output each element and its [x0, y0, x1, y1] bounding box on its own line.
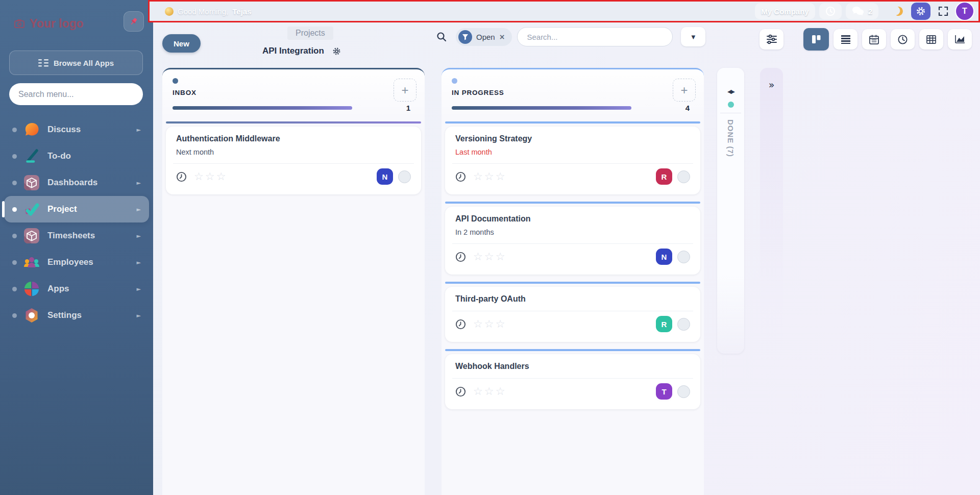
card-accent-bar — [445, 282, 700, 284]
filter-remove-icon[interactable]: × — [499, 33, 505, 41]
card-title: Webhook Handlers — [455, 362, 690, 371]
kanban-card[interactable]: Versioning Strategy Last month ☆☆☆ R — [445, 121, 700, 194]
bullet-dot — [12, 234, 17, 238]
star-icon[interactable]: ☆ — [205, 170, 215, 183]
messages-button[interactable]: 2 — [846, 3, 878, 19]
star-icon[interactable]: ☆ — [496, 318, 505, 330]
activity-clock-icon[interactable] — [455, 171, 466, 182]
kanban-column-inbox: INBOX + 1 Authentication Middleware Next… — [162, 68, 425, 495]
star-icon[interactable]: ☆ — [484, 170, 494, 183]
kanban-column-done-collapsed[interactable]: ◀▶ DONE (7) — [717, 68, 744, 354]
sidebar-item-todo[interactable]: To-do — [4, 143, 149, 169]
bullet-dot — [12, 181, 17, 185]
card-accent-bar — [445, 121, 700, 123]
pin-sidebar-button[interactable] — [124, 11, 144, 32]
user-avatar[interactable]: T — [956, 3, 973, 20]
star-icon[interactable]: ☆ — [473, 318, 483, 330]
fullscreen-button[interactable] — [935, 3, 952, 20]
assignee-avatar[interactable]: R — [656, 316, 672, 332]
activity-clock-icon[interactable] — [455, 252, 466, 262]
collapsed-side-panel[interactable]: » — [760, 68, 783, 374]
column-name: IN PROGRESS — [452, 89, 694, 96]
column-progress-bar[interactable] — [452, 106, 631, 110]
star-icon[interactable]: ☆ — [194, 170, 204, 183]
card-accent-bar — [445, 349, 700, 351]
kanban-state-circle[interactable] — [677, 318, 690, 331]
messages-count-badge: 2 — [868, 7, 872, 16]
svg-text:!: ! — [30, 179, 31, 183]
bullet-dot — [12, 260, 17, 265]
fullscreen-icon — [938, 6, 948, 16]
star-icon[interactable]: ☆ — [473, 251, 483, 263]
sliders-icon[interactable] — [760, 29, 783, 50]
kanban-state-circle[interactable] — [677, 385, 690, 398]
kanban-card[interactable]: Webhook Handlers ☆☆☆ T — [445, 349, 700, 409]
logo-image-icon — [14, 19, 24, 28]
star-icon[interactable]: ☆ — [484, 318, 494, 330]
company-switcher[interactable]: My Company — [755, 3, 815, 19]
dark-mode-toggle[interactable] — [890, 3, 907, 20]
sidebar-item-discuss[interactable]: Discuss ► — [4, 116, 149, 143]
column-count: 4 — [685, 104, 690, 112]
sidebar-item-timesheets[interactable]: ! Timesheets ► — [4, 222, 149, 249]
kanban-view-icon[interactable] — [803, 28, 829, 51]
list-view-icon[interactable] — [834, 29, 857, 50]
star-icon[interactable]: ☆ — [496, 251, 505, 263]
sidebar-item-employees[interactable]: Employees ► — [4, 249, 149, 276]
sidebar-item-dashboards[interactable]: ! Dashboards ► — [4, 169, 149, 196]
star-icon[interactable]: ☆ — [484, 385, 494, 398]
search-input[interactable] — [517, 27, 673, 46]
activity-clock-icon[interactable] — [455, 386, 466, 397]
calendar-view-icon[interactable] — [862, 29, 886, 50]
chevron-right-icon: ► — [137, 286, 141, 292]
project-settings-gear-icon[interactable] — [332, 47, 341, 56]
assignee-avatar[interactable]: T — [656, 383, 672, 400]
new-button[interactable]: New — [162, 34, 201, 53]
star-icon[interactable]: ☆ — [216, 170, 226, 183]
clock-view-icon[interactable] — [891, 29, 915, 50]
search-icon[interactable] — [436, 32, 447, 42]
collapse-panel-icon[interactable]: » — [769, 79, 775, 90]
column-status-dot — [452, 78, 457, 84]
gear-icon — [916, 6, 926, 16]
activity-clock-icon[interactable] — [176, 171, 187, 182]
sidebar-item-apps[interactable]: Apps ► — [4, 276, 149, 302]
star-icon[interactable]: ☆ — [473, 385, 483, 398]
add-card-button[interactable]: + — [394, 79, 416, 102]
add-card-button[interactable]: + — [673, 79, 696, 102]
settings-button[interactable] — [911, 3, 930, 20]
breadcrumb[interactable]: Projects — [287, 27, 333, 40]
kanban-card[interactable]: API Documentation In 2 months ☆☆☆ N — [445, 202, 700, 275]
sidebar-item-label: Project — [47, 204, 137, 214]
assignee-avatar[interactable]: N — [377, 168, 393, 185]
star-icon[interactable]: ☆ — [496, 385, 505, 398]
sidebar-item-settings[interactable]: Settings ► — [4, 302, 149, 329]
menu-search-input[interactable] — [9, 83, 143, 105]
star-icon[interactable]: ☆ — [496, 170, 505, 183]
kanban-state-circle[interactable] — [677, 251, 690, 263]
sidebar-item-label: Apps — [47, 284, 137, 294]
search-options-dropdown[interactable]: ▼ — [681, 27, 705, 46]
column-progress-bar[interactable] — [173, 106, 352, 110]
kanban-state-circle[interactable] — [398, 170, 411, 183]
activity-clock-icon[interactable] — [455, 319, 466, 330]
filter-chip-open[interactable]: Open × — [456, 28, 512, 46]
kanban-state-circle[interactable] — [677, 170, 690, 183]
card-deadline: Last month — [455, 148, 690, 156]
kanban-card[interactable]: Authentication Middleware Next month ☆☆☆… — [166, 121, 421, 194]
browse-all-apps-button[interactable]: Browse All Apps — [9, 51, 143, 75]
assignee-avatar[interactable]: R — [656, 168, 672, 185]
graph-view-icon[interactable] — [948, 29, 972, 50]
column-count: 1 — [406, 104, 410, 112]
bullet-dot — [12, 313, 17, 318]
assignee-avatar[interactable]: N — [656, 249, 672, 265]
star-icon[interactable]: ☆ — [484, 251, 494, 263]
star-icon[interactable]: ☆ — [473, 170, 483, 183]
kanban-card[interactable]: Third-party OAuth ☆☆☆ R — [445, 282, 700, 342]
activities-button[interactable] — [819, 3, 842, 19]
logo[interactable]: Your logo — [14, 12, 142, 35]
sidebar-item-project[interactable]: Project ► — [4, 196, 149, 222]
expand-column-icon[interactable]: ◀▶ — [727, 88, 734, 95]
sidebar-menu: Discuss ► To-do ! Dashboards ► Project ► — [0, 116, 153, 329]
table-view-icon[interactable] — [919, 29, 943, 50]
